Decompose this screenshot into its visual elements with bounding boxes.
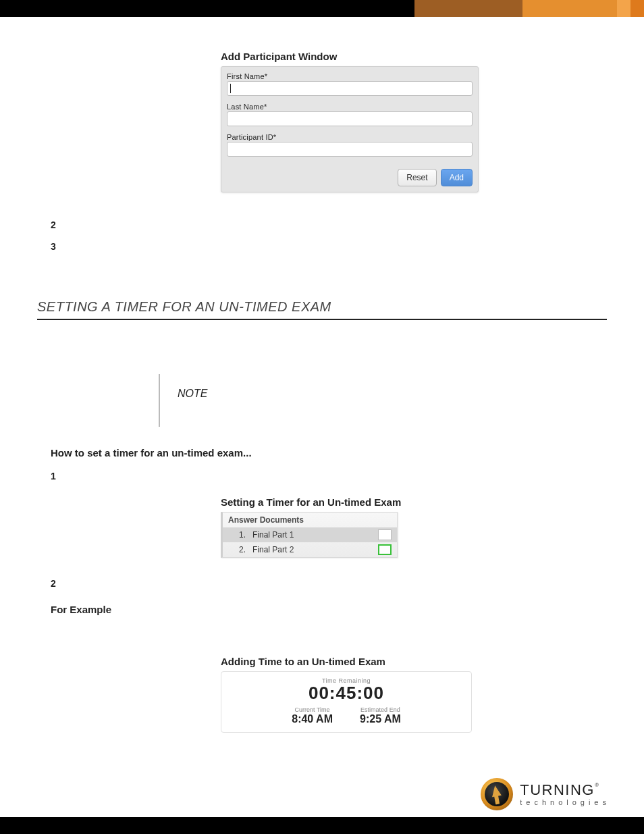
current-time-column: Current Time 8:40 AM	[292, 706, 333, 725]
accent-segment	[522, 0, 617, 17]
row-label: Final Part 2	[252, 545, 378, 554]
note-block: NOTE	[159, 374, 607, 427]
accent-segment	[617, 0, 630, 17]
add-button[interactable]: Add	[441, 169, 473, 186]
row-checkbox[interactable]	[378, 544, 392, 555]
first-name-label: First Name*	[227, 72, 473, 80]
for-example-heading: For Example	[51, 604, 607, 615]
row-number: 2.	[239, 545, 252, 554]
estimated-end-column: Estimated End 9:25 AM	[360, 706, 401, 725]
logo-mark-icon	[481, 778, 513, 810]
header-accent	[414, 0, 644, 17]
add-participant-form: First Name* Last Name* Participant ID* R…	[221, 66, 479, 192]
timer-card: Time Remaining 00:45:00 Current Time 8:4…	[221, 671, 472, 733]
section-heading: SETTING A TIMER FOR AN UN-TIMED EXAM	[37, 299, 607, 315]
step-number: 1	[51, 471, 607, 481]
panel-header: Answer Documents	[223, 513, 397, 527]
step-number: 3	[51, 241, 607, 252]
add-participant-window: First Name* Last Name* Participant ID* R…	[221, 66, 607, 192]
list-item[interactable]: 1. Final Part 1	[223, 527, 397, 542]
last-name-label: Last Name*	[227, 103, 473, 111]
list-item[interactable]: 2. Final Part 2	[223, 542, 397, 557]
accent-segment	[414, 0, 522, 17]
row-label: Final Part 1	[252, 530, 378, 540]
time-remaining-value: 00:45:00	[221, 683, 471, 704]
current-time-value: 8:40 AM	[292, 713, 333, 725]
estimated-end-value: 9:25 AM	[360, 713, 401, 725]
timer-columns: Current Time 8:40 AM Estimated End 9:25 …	[221, 706, 471, 725]
logo-text: TURNING® technologies	[520, 783, 610, 806]
first-name-input[interactable]	[227, 81, 473, 96]
step-number: 2	[51, 219, 607, 230]
numbered-steps-continued: 2 3	[51, 219, 607, 252]
top-bar	[0, 0, 644, 17]
modal-button-row: Reset Add	[398, 169, 473, 186]
last-name-input[interactable]	[227, 111, 473, 126]
answer-documents-panel: Answer Documents 1. Final Part 1 2. Fina…	[221, 512, 398, 558]
registered-mark-icon: ®	[595, 782, 599, 788]
figure-caption-setting-timer: Setting a Timer for an Un-timed Exam	[221, 496, 607, 508]
note-label: NOTE	[178, 388, 607, 400]
row-checkbox[interactable]	[378, 529, 392, 540]
logo-line2: technologies	[520, 799, 610, 806]
answer-documents-figure: Answer Documents 1. Final Part 1 2. Fina…	[221, 512, 607, 558]
reset-button[interactable]: Reset	[398, 169, 436, 186]
current-time-label: Current Time	[292, 706, 333, 713]
page-content: Add Participant Window First Name* Last …	[0, 17, 644, 733]
step-number: 2	[51, 578, 607, 589]
section-divider	[37, 319, 607, 320]
turning-technologies-logo: TURNING® technologies	[481, 778, 610, 810]
accent-segment	[630, 0, 644, 17]
estimated-end-label: Estimated End	[360, 706, 401, 713]
bottom-bar	[0, 817, 644, 834]
figure-caption-adding-time: Adding Time to an Un-timed Exam	[221, 656, 607, 667]
participant-id-label: Participant ID*	[227, 133, 473, 141]
timer-figure: Time Remaining 00:45:00 Current Time 8:4…	[221, 671, 607, 733]
figure-caption-add-participant: Add Participant Window	[221, 51, 607, 62]
logo-line1: TURNING	[520, 781, 595, 798]
participant-id-input[interactable]	[227, 142, 473, 157]
howto-heading: How to set a timer for an un-timed exam.…	[51, 447, 607, 459]
row-number: 1.	[239, 530, 252, 540]
